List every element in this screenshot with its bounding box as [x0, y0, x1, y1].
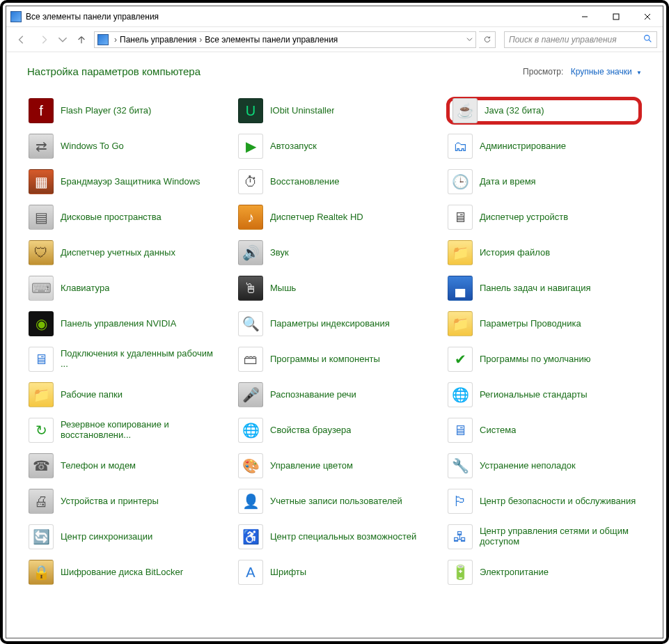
- address-dropdown-icon[interactable]: [466, 35, 473, 45]
- firewall-icon: ▦: [29, 169, 54, 194]
- filehistory-icon: 📁: [448, 240, 473, 265]
- breadcrumb-segment[interactable]: Панель управления: [120, 35, 196, 45]
- cp-item-label: Клавиатура: [61, 283, 109, 294]
- cp-item-indexing[interactable]: 🔍Параметры индексирования: [237, 310, 432, 338]
- nav-forward-button[interactable]: [34, 30, 54, 49]
- cp-item-mouse[interactable]: 🖱Мышь: [237, 274, 432, 302]
- cp-item-label: Диспетчер Realtek HD: [270, 212, 363, 223]
- close-button[interactable]: [631, 6, 663, 26]
- wtg-icon: ⇄: [29, 134, 54, 159]
- breadcrumb-chevron-icon: ›: [199, 35, 202, 45]
- synccenter-icon: 🔄: [29, 524, 54, 549]
- cp-item-securitycenter[interactable]: 🏳Центр безопасности и обслуживания: [446, 487, 642, 515]
- cp-item-colormgmt[interactable]: 🎨Управление цветом: [237, 452, 432, 480]
- storagespaces-icon: ▤: [29, 205, 54, 230]
- cp-item-power[interactable]: 🔋Электропитание: [446, 558, 642, 586]
- nav-up-button[interactable]: [72, 30, 91, 49]
- nav-back-button[interactable]: [12, 30, 31, 49]
- maximize-button[interactable]: [600, 6, 631, 26]
- cp-item-label: Дата и время: [480, 177, 536, 187]
- cp-item-label: Региональные стандарты: [480, 390, 587, 400]
- toolbar: › Панель управления › Все элементы панел…: [6, 27, 663, 52]
- cp-item-label: Звук: [270, 248, 289, 258]
- minimize-button[interactable]: [569, 6, 600, 26]
- cp-item-useraccounts[interactable]: 👤Учетные записи пользователей: [237, 487, 432, 515]
- cp-item-keyboard[interactable]: ⌨Клавиатура: [27, 274, 223, 302]
- cp-item-system[interactable]: 🖥Система: [446, 416, 642, 444]
- cp-item-fonts[interactable]: AШрифты: [237, 558, 432, 586]
- cp-item-bitlocker[interactable]: 🔒Шифрование диска BitLocker: [27, 558, 223, 586]
- cp-item-credentials[interactable]: 🛡Диспетчер учетных данных: [27, 239, 223, 267]
- system-icon: 🖥: [448, 418, 473, 443]
- refresh-button[interactable]: [479, 31, 496, 48]
- taskbar-icon: ▄: [448, 276, 473, 301]
- refresh-icon: [483, 36, 491, 44]
- cp-item-realtek[interactable]: ♪Диспетчер Realtek HD: [237, 203, 432, 231]
- address-icon: [97, 34, 109, 45]
- cp-item-recovery[interactable]: ⏱Восстановление: [237, 168, 432, 196]
- inetopts-icon: 🌐: [238, 418, 263, 443]
- cp-item-label: Резервное копирование и восстановлени...: [61, 420, 221, 441]
- cp-item-label: Восстановление: [270, 177, 339, 187]
- cp-item-label: Администрирование: [480, 141, 566, 152]
- cp-item-defaultprogs[interactable]: ✔Программы по умолчанию: [446, 345, 642, 373]
- search-input[interactable]: Поиск в панели управления: [504, 31, 657, 48]
- cp-item-label: Программы и компоненты: [270, 354, 380, 365]
- backup-icon: ↻: [29, 418, 54, 443]
- cp-item-devicemgr[interactable]: 🖥Диспетчер устройств: [446, 203, 642, 231]
- cp-item-java[interactable]: ☕Java (32 бита): [446, 97, 642, 125]
- cp-item-backup[interactable]: ↻Резервное копирование и восстановлени..…: [27, 416, 223, 444]
- address-bar[interactable]: › Панель управления › Все элементы панел…: [94, 31, 476, 48]
- page-title: Настройка параметров компьютера: [27, 65, 200, 77]
- cp-item-region[interactable]: 🌐Региональные стандарты: [446, 381, 642, 409]
- cp-item-speech[interactable]: 🎤Распознавание речи: [237, 381, 432, 409]
- cp-item-admin[interactable]: 🗂Администрирование: [446, 132, 642, 160]
- power-icon: 🔋: [448, 560, 473, 585]
- cp-item-label: Электропитание: [480, 567, 549, 578]
- cp-item-taskbar[interactable]: ▄Панель задач и навигация: [446, 274, 642, 302]
- view-value: Крупные значки: [571, 67, 632, 77]
- cp-item-nvidia[interactable]: ◉Панель управления NVIDIA: [27, 310, 223, 338]
- cp-item-label: Рабочие папки: [61, 390, 123, 400]
- cp-item-remoteapp[interactable]: 🖥Подключения к удаленным рабочим ...: [27, 345, 223, 373]
- cp-item-phonemodem[interactable]: ☎Телефон и модем: [27, 452, 223, 480]
- cp-item-sound[interactable]: 🔊Звук: [237, 239, 432, 267]
- cp-item-firewall[interactable]: ▦Брандмауэр Защитника Windows: [27, 168, 223, 196]
- cp-item-inetopts[interactable]: 🌐Свойства браузера: [237, 416, 432, 444]
- cp-item-networkcenter[interactable]: 🖧Центр управления сетями и общим доступо…: [446, 523, 642, 551]
- search-placeholder: Поиск в панели управления: [509, 35, 617, 45]
- cp-item-storagespaces[interactable]: ▤Дисковые пространства: [27, 203, 223, 231]
- iobit-icon: U: [238, 98, 263, 123]
- cp-item-label: Центр управления сетями и общим доступом: [480, 526, 640, 547]
- cp-item-programs[interactable]: 🗃Программы и компоненты: [237, 345, 432, 373]
- cp-item-wtg[interactable]: ⇄Windows To Go: [27, 132, 223, 160]
- networkcenter-icon: 🖧: [448, 524, 473, 549]
- view-selector[interactable]: Просмотр: Крупные значки ▼: [523, 65, 642, 77]
- cp-item-datetime[interactable]: 🕒Дата и время: [446, 168, 642, 196]
- cp-item-label: Телефон и модем: [61, 461, 136, 471]
- cp-item-workfolders[interactable]: 📁Рабочие папки: [27, 381, 223, 409]
- breadcrumb-chevron-icon: ›: [114, 35, 117, 45]
- cp-item-easeofaccess[interactable]: ♿Центр специальных возможностей: [237, 523, 432, 551]
- cp-item-filehistory[interactable]: 📁История файлов: [446, 239, 642, 267]
- cp-item-label: Центр синхронизации: [61, 532, 152, 542]
- easeofaccess-icon: ♿: [238, 524, 263, 549]
- cp-item-iobit[interactable]: UIObit Uninstaller: [237, 97, 432, 125]
- title-bar: Все элементы панели управления: [6, 6, 663, 27]
- cp-item-label: Параметры индексирования: [270, 319, 390, 329]
- cp-item-synccenter[interactable]: 🔄Центр синхронизации: [27, 523, 223, 551]
- cp-item-devicesprinters[interactable]: 🖨Устройства и принтеры: [27, 487, 223, 515]
- control-panel-items-grid: fFlash Player (32 бита)UIObit Uninstalle…: [27, 97, 642, 586]
- cp-item-folderopts[interactable]: 📁Параметры Проводника: [446, 310, 642, 338]
- breadcrumb-segment[interactable]: Все элементы панели управления: [205, 35, 338, 45]
- nav-recent-button[interactable]: [56, 30, 69, 49]
- troubleshoot-icon: 🔧: [448, 453, 473, 478]
- bitlocker-icon: 🔒: [29, 560, 54, 585]
- cp-item-autoplay[interactable]: ▶Автозапуск: [237, 132, 432, 160]
- cp-item-label: Устройства и принтеры: [61, 496, 159, 507]
- indexing-icon: 🔍: [238, 311, 263, 336]
- mouse-icon: 🖱: [238, 276, 263, 301]
- cp-item-flash[interactable]: fFlash Player (32 бита): [27, 97, 223, 125]
- maximize-icon: [613, 13, 620, 20]
- cp-item-troubleshoot[interactable]: 🔧Устранение неполадок: [446, 452, 642, 480]
